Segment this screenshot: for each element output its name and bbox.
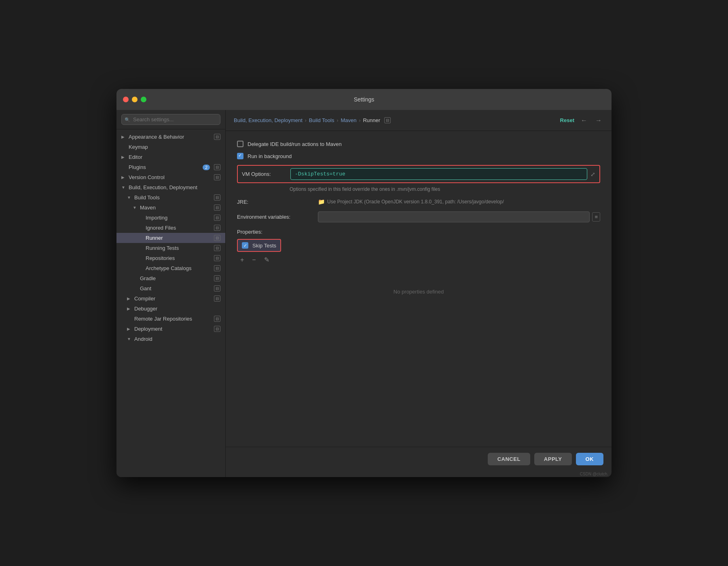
breadcrumb-separator: ›: [359, 118, 360, 123]
vm-options-label: VM Options:: [242, 171, 290, 177]
sidebar-tree: ▶ Appearance & Behavior ⊟ Keymap ▶ Edito…: [116, 129, 225, 477]
arrow-icon: ▶: [127, 296, 133, 301]
arrow-icon: ▼: [127, 337, 133, 341]
arrow-icon: ▶: [127, 306, 133, 311]
add-property-button[interactable]: +: [239, 255, 245, 264]
vm-options-input[interactable]: [290, 168, 587, 180]
sidebar-item-label: Build Tools: [134, 194, 212, 201]
db-icon: ⊟: [214, 174, 220, 180]
sidebar-item-version-control[interactable]: ▶ Version Control ⊟: [116, 172, 225, 182]
breadcrumb-db-icon: ⊟: [384, 117, 391, 123]
close-button[interactable]: [123, 97, 129, 102]
background-row: Run in background: [237, 153, 600, 159]
forward-button[interactable]: →: [594, 116, 603, 125]
ok-button[interactable]: OK: [576, 453, 604, 465]
vm-hint: Options specified in this field override…: [290, 186, 600, 192]
no-properties-text: No properties defined: [237, 289, 600, 295]
sidebar-item-ignored-files[interactable]: Ignored Files ⊟: [116, 223, 225, 233]
sidebar-item-runner[interactable]: Runner ⊟: [116, 233, 225, 243]
sidebar-item-keymap[interactable]: Keymap: [116, 142, 225, 152]
arrow-icon: ▶: [121, 175, 127, 180]
sidebar-item-compiler[interactable]: ▶ Compiler ⊟: [116, 294, 225, 304]
sidebar-item-label: Keymap: [129, 144, 220, 150]
sidebar-item-editor[interactable]: ▶ Editor: [116, 152, 225, 162]
sidebar-item-label: Android: [134, 336, 220, 342]
sidebar-item-label: Deployment: [134, 326, 212, 332]
plugins-badge: 2: [203, 165, 210, 170]
properties-label: Properties:: [237, 229, 600, 235]
sidebar-item-label: Gant: [140, 285, 212, 291]
sidebar: ▶ Appearance & Behavior ⊟ Keymap ▶ Edito…: [116, 110, 226, 477]
sidebar-item-label: Debugger: [134, 306, 220, 312]
sidebar-item-maven[interactable]: ▼ Maven ⊟: [116, 203, 225, 213]
breadcrumb-actions: Reset ← →: [560, 116, 603, 125]
arrow-icon: ▼: [121, 185, 127, 190]
sidebar-item-label: Build, Execution, Deployment: [129, 184, 220, 190]
sidebar-item-label: Version Control: [129, 174, 212, 180]
breadcrumb-bar: Build, Execution, Deployment › Build Too…: [226, 110, 612, 131]
skip-tests-checkbox[interactable]: [242, 242, 248, 249]
content-area: Build, Execution, Deployment › Build Too…: [226, 110, 612, 477]
cancel-button[interactable]: CANCEL: [488, 453, 530, 465]
db-icon: ⊟: [214, 134, 220, 140]
env-input[interactable]: [318, 211, 590, 222]
env-list-icon[interactable]: ≡: [592, 212, 600, 222]
db-icon: ⊟: [214, 265, 220, 271]
sidebar-item-repositories[interactable]: Repositories ⊟: [116, 253, 225, 263]
sidebar-item-label: Archetype Catalogs: [146, 265, 212, 271]
sidebar-item-build-tools[interactable]: ▼ Build Tools ⊟: [116, 192, 225, 203]
expand-icon[interactable]: ⤢: [590, 171, 595, 177]
db-icon: ⊟: [214, 194, 220, 201]
sidebar-item-label: Maven: [140, 205, 212, 211]
db-icon: ⊟: [214, 275, 220, 281]
breadcrumb-separator: ›: [305, 118, 307, 123]
breadcrumb-current: Runner: [363, 117, 380, 123]
search-bar: [116, 110, 225, 129]
db-icon: ⊟: [214, 255, 220, 261]
delegate-checkbox[interactable]: [237, 141, 243, 147]
db-icon: ⊟: [214, 235, 220, 241]
arrow-icon: ▶: [121, 135, 127, 139]
properties-toolbar: + − ✎: [237, 255, 600, 264]
breadcrumb-part-2[interactable]: Build Tools: [309, 117, 334, 123]
sidebar-item-gant[interactable]: Gant ⊟: [116, 283, 225, 294]
db-icon: ⊟: [214, 225, 220, 231]
db-icon: ⊟: [214, 316, 220, 322]
sidebar-item-debugger[interactable]: ▶ Debugger: [116, 304, 225, 314]
delegate-row: Delegate IDE build/run actions to Maven: [237, 141, 600, 147]
db-icon: ⊟: [214, 326, 220, 332]
sidebar-item-label: Running Tests: [146, 245, 212, 251]
breadcrumb-part-1[interactable]: Build, Execution, Deployment: [234, 117, 303, 123]
sidebar-item-label: Gradle: [140, 275, 212, 281]
breadcrumb-part-3[interactable]: Maven: [341, 117, 356, 123]
background-checkbox[interactable]: [237, 153, 243, 159]
sidebar-item-remote-jar[interactable]: Remote Jar Repositories ⊟: [116, 314, 225, 324]
minimize-button[interactable]: [132, 97, 138, 102]
sidebar-item-label: Repositories: [146, 255, 212, 261]
sidebar-item-label: Remote Jar Repositories: [134, 316, 212, 322]
sidebar-item-plugins[interactable]: Plugins 2 ⊟: [116, 162, 225, 172]
background-label: Run in background: [248, 153, 292, 159]
attribution: CSDN @clutch.: [226, 471, 612, 477]
sidebar-item-archetype-catalogs[interactable]: Archetype Catalogs ⊟: [116, 263, 225, 273]
sidebar-item-label: Plugins: [129, 164, 203, 170]
sidebar-item-label: Compiler: [134, 296, 212, 302]
sidebar-item-android[interactable]: ▼ Android: [116, 334, 225, 344]
maximize-button[interactable]: [141, 97, 146, 102]
sidebar-item-deployment[interactable]: ▶ Deployment ⊟: [116, 324, 225, 334]
reset-button[interactable]: Reset: [560, 117, 574, 123]
titlebar: Settings: [116, 89, 612, 110]
sidebar-item-importing[interactable]: Importing ⊟: [116, 213, 225, 223]
edit-property-button[interactable]: ✎: [262, 255, 271, 264]
apply-button[interactable]: APPLY: [534, 453, 572, 465]
sidebar-item-running-tests[interactable]: Running Tests ⊟: [116, 243, 225, 253]
sidebar-item-gradle[interactable]: Gradle ⊟: [116, 273, 225, 283]
remove-property-button[interactable]: −: [250, 255, 257, 264]
arrow-icon: ▼: [133, 205, 138, 210]
window-title: Settings: [354, 96, 375, 103]
back-button[interactable]: ←: [579, 116, 589, 125]
search-input[interactable]: [121, 114, 220, 125]
sidebar-item-build-execution[interactable]: ▼ Build, Execution, Deployment: [116, 182, 225, 192]
sidebar-item-appearance[interactable]: ▶ Appearance & Behavior ⊟: [116, 132, 225, 142]
db-icon: ⊟: [214, 215, 220, 221]
